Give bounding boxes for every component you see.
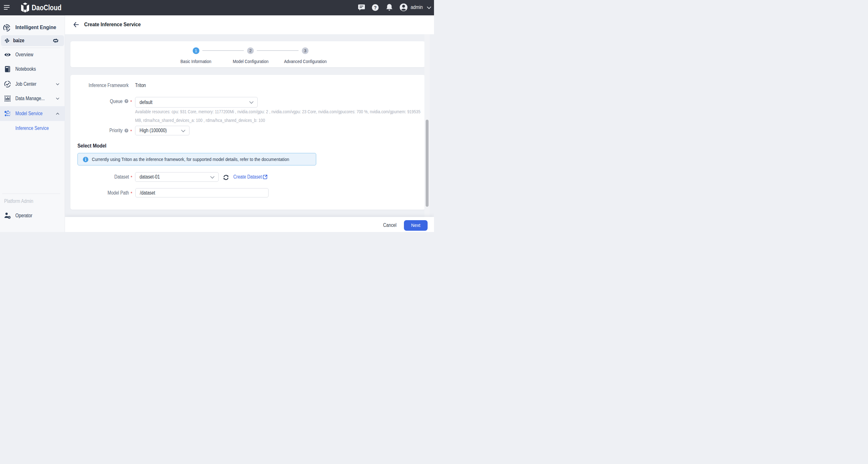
svg-text:?: ? <box>374 5 377 10</box>
